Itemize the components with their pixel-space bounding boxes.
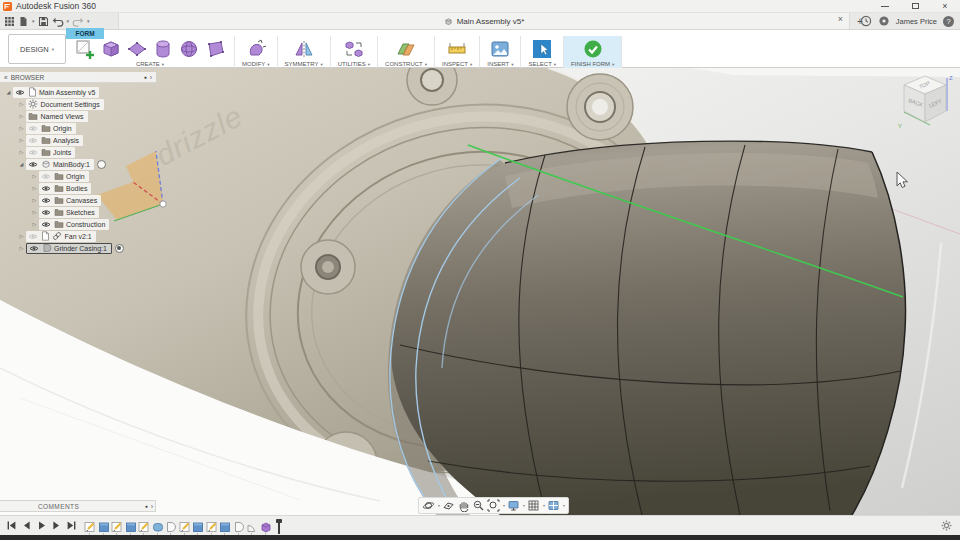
expand-arrow-icon[interactable]: ▷ [17,245,26,251]
comments-expand-icon[interactable]: › [151,503,153,510]
face-icon[interactable] [203,37,227,60]
timeline-feature-feature[interactable] [125,521,137,533]
browser-item-bodies[interactable]: ▷Bodies [0,182,172,194]
form-context-tab[interactable]: FORM [66,28,104,39]
fit-icon[interactable] [487,499,500,512]
timeline-feature-body-wedge[interactable] [246,521,258,533]
user-name[interactable]: James Price [896,17,937,26]
construct-plane-icon[interactable] [394,37,418,60]
activate-component-radio[interactable] [115,244,124,253]
browser-item-origin[interactable]: ▷Origin [0,170,172,182]
toolbar-group-label[interactable]: FINISH FORM▾ [571,61,614,67]
browser-item-fan-v2-1[interactable]: ▷Fan v2:1 [0,230,172,242]
notifications-icon[interactable] [878,15,890,27]
chevron-down-icon[interactable]: ▾ [87,18,90,24]
browser-item-origin[interactable]: ▷Origin [0,122,172,134]
go-to-end-icon[interactable] [66,520,77,531]
panel-expand-icon[interactable]: › [150,74,152,81]
activate-component-radio[interactable] [97,160,106,169]
browser-item-named-views[interactable]: ▷Named Views [0,110,172,122]
edit-form-icon[interactable] [244,37,268,60]
browser-item-document-settings[interactable]: ▷Document Settings [0,98,172,110]
timeline-feature-feature-round[interactable] [152,521,164,533]
orbit-icon[interactable] [422,499,435,512]
document-tab[interactable]: Main Assembly v5* × [118,13,850,29]
browser-item-grinder-casing-1[interactable]: ▷Grinder Casing:1 [0,242,172,254]
toolbar-group-label[interactable]: UTILITIES▾ [338,61,370,67]
undo-icon[interactable] [52,16,64,27]
visibility-eye-icon[interactable] [41,184,51,193]
chevron-down-icon[interactable]: ▾ [438,503,440,508]
expand-arrow-icon[interactable]: ▷ [17,149,26,155]
zoom-icon[interactable] [472,499,485,512]
timeline-feature-feature[interactable] [219,521,231,533]
timeline-feature-sketch[interactable] [206,521,218,533]
toolbar-group-label[interactable]: CREATE▾ [136,61,164,67]
select-icon[interactable] [530,37,554,60]
browser-item-sketches[interactable]: ▷Sketches [0,206,172,218]
window-maximize-button[interactable] [900,0,930,12]
data-panel-grid-icon[interactable] [4,16,15,27]
comments-bar[interactable]: COMMENTS ● › [0,500,156,512]
timeline-feature-sketch[interactable] [179,521,191,533]
pan-icon[interactable] [457,499,470,512]
plane-icon[interactable] [125,37,149,60]
visibility-eye-icon[interactable] [29,244,39,253]
expand-arrow-icon[interactable]: ▷ [17,125,26,131]
chevron-down-icon[interactable]: ▾ [32,18,35,24]
go-to-start-icon[interactable] [6,520,17,531]
play-icon[interactable] [36,520,47,531]
visibility-eye-icon[interactable] [41,196,51,205]
expand-arrow-icon[interactable]: ▷ [17,233,26,239]
toolbar-group-label[interactable]: INSERT▾ [487,61,513,67]
toolbar-group-label[interactable]: SELECT▾ [528,61,556,67]
visibility-eye-icon[interactable] [28,232,38,241]
redo-icon[interactable] [72,16,84,27]
chevron-down-icon[interactable]: ▾ [67,18,70,24]
workspace-selector[interactable]: DESIGN ▾ [8,34,66,64]
browser-item-joints[interactable]: ▷Joints [0,146,172,158]
cylinder-icon[interactable] [151,37,175,60]
timeline-feature-form[interactable] [260,521,272,533]
timeline-feature-body[interactable] [165,521,177,533]
toolbar-group-label[interactable]: CONSTRUCT▾ [385,61,427,67]
browser-item-main-assembly-v5[interactable]: ◢Main Assembly v5 [0,86,172,98]
step-back-icon[interactable] [21,520,32,531]
browser-item-analysis[interactable]: ▷Analysis [0,134,172,146]
timeline-feature-sketch[interactable] [111,521,123,533]
visibility-eye-icon[interactable] [41,220,51,229]
visibility-eye-icon[interactable] [28,148,38,157]
timeline-feature-feature[interactable] [98,521,110,533]
visibility-eye-icon[interactable] [41,172,51,181]
file-menu-icon[interactable] [18,16,29,27]
box-icon[interactable] [99,37,123,60]
display-settings-icon[interactable] [507,499,520,512]
save-icon[interactable] [38,16,49,27]
window-minimize-button[interactable] [870,0,900,12]
visibility-eye-icon[interactable] [28,160,38,169]
comments-options-icon[interactable]: ● [145,503,148,509]
timeline-feature-sketch[interactable] [84,521,96,533]
expand-arrow-icon[interactable]: ▷ [30,173,39,179]
panel-collapse-icon[interactable]: « [4,74,8,81]
tab-close-icon[interactable]: × [838,14,843,24]
expand-arrow-icon[interactable]: ◢ [17,161,26,167]
mirror-icon[interactable] [292,37,316,60]
sphere-icon[interactable] [177,37,201,60]
create-form-box-icon[interactable] [73,37,97,60]
model-tspline-cylinder[interactable] [390,141,906,515]
finish-form-icon[interactable] [581,37,605,60]
toolbar-group-label[interactable]: MODIFY▾ [242,61,270,67]
panel-options-icon[interactable]: ● [144,74,147,80]
chevron-down-icon[interactable]: ▾ [543,503,545,508]
timeline-feature-feature[interactable] [192,521,204,533]
expand-arrow-icon[interactable]: ▷ [30,221,39,227]
expand-arrow-icon[interactable]: ▷ [17,113,26,119]
insert-image-icon[interactable] [488,37,512,60]
expand-arrow-icon[interactable]: ▷ [30,185,39,191]
chevron-down-icon[interactable]: ▾ [503,503,505,508]
browser-item-canvases[interactable]: ▷Canvases [0,194,172,206]
chevron-down-icon[interactable]: ▾ [563,503,565,508]
timeline-feature-sketch[interactable] [138,521,150,533]
browser-item-construction[interactable]: ▷Construction [0,218,172,230]
